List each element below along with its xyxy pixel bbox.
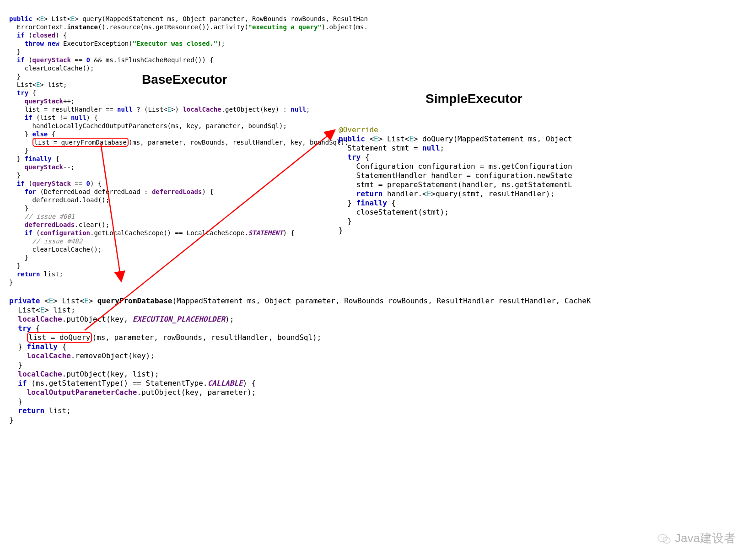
svg-point-7 bbox=[668, 539, 668, 540]
highlight-do-query: list = doQuery bbox=[27, 332, 92, 343]
svg-point-3 bbox=[663, 537, 670, 543]
watermark: Java建设者 bbox=[657, 530, 736, 546]
svg-point-5 bbox=[663, 536, 664, 537]
highlight-query-from-database: list = queryFromDatabase bbox=[32, 138, 129, 147]
wechat-icon bbox=[657, 533, 671, 544]
simple-executor-title: SimpleExecutor bbox=[425, 92, 522, 106]
base-executor-code: public <E> List<E> query(MappedStatement… bbox=[9, 6, 368, 286]
watermark-text: Java建设者 bbox=[675, 530, 736, 546]
svg-point-2 bbox=[658, 534, 667, 542]
simple-executor-code: @Override public <E> List<E> doQuery(Map… bbox=[339, 116, 572, 235]
query-from-database-code: private <E> List<E> queryFromDatabase(Ma… bbox=[9, 287, 591, 425]
svg-point-4 bbox=[661, 536, 662, 537]
svg-point-6 bbox=[665, 539, 666, 540]
